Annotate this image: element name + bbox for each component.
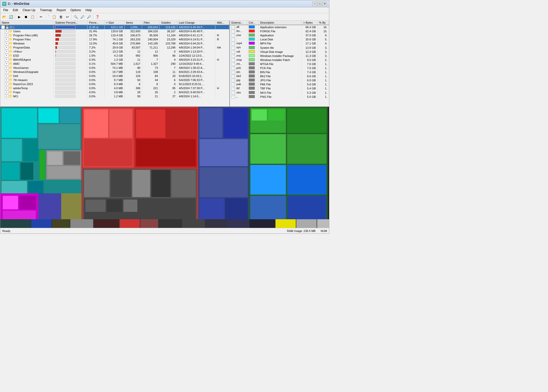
expand-button[interactable]: + <box>5 29 8 33</box>
tb-zoom-out[interactable]: 🔎 <box>79 14 85 20</box>
table-row[interactable]: +📁ProgramData7.2%29.9 GB83,50771,21112,2… <box>0 45 229 50</box>
color-box <box>249 38 255 41</box>
ext-table-row[interactable]: 📄.for...FORGE File62.4 GB15. <box>230 29 329 33</box>
menu-cleanup[interactable]: Clean Up <box>21 8 37 12</box>
tb-paste[interactable]: 📋 <box>51 14 57 20</box>
directory-scroll[interactable]: Name Subtree Percent... Perce... > Size … <box>0 21 229 100</box>
expand-button[interactable]: + <box>5 34 8 37</box>
table-row[interactable]: -💾(C:)[1:39 s]413.1 GB1,059,...839,64321… <box>0 25 229 29</box>
table-row[interactable]: +📁7th Heaven0.0%9.7 MB504465/4/2020 7:06… <box>0 78 229 82</box>
col-attr[interactable]: Attri... <box>215 21 229 25</box>
col-lastchange[interactable]: Last Change <box>177 21 215 25</box>
table-row[interactable]: +📁Fraps0.0%3.8 MB282628/4/2021 9:40:59 P… <box>0 90 229 94</box>
col-items[interactable]: Items <box>124 21 142 25</box>
ext-table-row[interactable]: 📄.exeApplication37.0 GB9. <box>230 33 329 37</box>
table-row[interactable]: +📁Users31.4%129.6 GB322,693284,52638,167… <box>0 29 229 33</box>
ext-table-row[interactable]: 📄...PNG File5.0 GB1. <box>230 95 329 99</box>
tb-play[interactable]: ▶ <box>16 14 22 20</box>
ext-bytes: 5.6 GB <box>302 82 317 86</box>
table-row[interactable]: +📁Program Files17.9%74.1 GB263,333240,00… <box>0 37 229 41</box>
table-row[interactable]: +📁Dell0.0%19.4 MB10484206/18/2023 10:43:… <box>0 74 229 78</box>
ext-table-row[interactable]: 📄.dllApplication extension66.4 GB16. <box>230 25 329 29</box>
ext-table-row[interactable]: 📄.bk2BK2 File6.6 GB1. <box>230 74 329 78</box>
table-row[interactable]: +📁MCi0.0%1.2 MB5921274/8/2024 1:14:0... <box>0 94 229 98</box>
col-subtree[interactable]: Subtree Percent... <box>54 21 87 25</box>
ext-table-row[interactable]: 📄.vdiVirtual Disk Image12.4 GB3. <box>230 50 329 54</box>
menu-edit[interactable]: Edit <box>11 8 20 12</box>
ext-table-row[interactable]: 📄.sysSystem file13.9 GB3. <box>230 45 329 50</box>
tb-help[interactable]: ❓ <box>94 14 100 20</box>
tb-open[interactable]: 📂 <box>1 14 7 20</box>
expand-button[interactable]: + <box>5 58 8 61</box>
expand-button[interactable]: - <box>1 25 5 29</box>
expand-button[interactable]: + <box>5 95 8 98</box>
table-row[interactable]: +📁<Files>3.2%13.2 GB121204/8/2024 1:13:2… <box>0 50 229 54</box>
col-files[interactable]: Files <box>142 21 159 25</box>
tb-fwd[interactable]: 📋 <box>29 14 36 20</box>
col-name[interactable]: Name <box>0 21 54 25</box>
menu-file[interactable]: File <box>1 8 10 12</box>
data-cell: 129.6 GB <box>105 29 125 33</box>
expand-button[interactable]: + <box>5 66 8 70</box>
table-row[interactable]: +📁ESD1.0%4.2 GB992906861/24/2022 12:13:0… <box>0 54 229 58</box>
expand-button[interactable]: + <box>5 54 8 57</box>
expand-button[interactable]: + <box>5 90 8 94</box>
table-row[interactable]: +📁adobeTemp0.0%4.0 MB306221854/5/2024 7:… <box>0 86 229 90</box>
expand-button[interactable]: + <box>5 82 8 86</box>
expand-button[interactable]: + <box>5 42 8 45</box>
ext-table-row[interactable]: 📄.binBIN File7.4 GB1. <box>230 70 329 74</box>
table-row[interactable]: +📁Windows10Upgrade0.0%19.7 MB119108118/4… <box>0 70 229 74</box>
treemap-area[interactable] <box>0 107 329 228</box>
table-row[interactable]: +📁Program Files (x86)26.7%110.4 GB106,67… <box>0 33 229 37</box>
ext-table-row[interactable]: 📄.tbfTBF File5.4 GB1. <box>230 86 329 90</box>
tb-zoom-fit[interactable]: 🔎 <box>86 14 92 20</box>
close-button[interactable]: ✕ <box>322 2 327 6</box>
ext-table-row[interactable]: 📄.nkxNKX File5.3 GB1. <box>230 91 329 95</box>
ext-col-color[interactable]: Col... <box>247 21 258 25</box>
ext-col-desc[interactable]: Description <box>259 21 302 25</box>
menu-treemap[interactable]: Treemap <box>38 8 54 12</box>
ext-table-row[interactable]: 📄.mp4MP4 File17.1 GB4. <box>230 41 329 45</box>
ext-col-pct[interactable]: % By <box>317 21 329 25</box>
extension-scroll[interactable]: Extensi... Col... Description > Bytes % … <box>230 21 329 100</box>
tb-cut[interactable]: ✂ <box>38 14 44 20</box>
tb-stop[interactable]: ⏹ <box>23 14 29 20</box>
table-row[interactable]: +📁XboxGames0.0%74.1 MB807374/8/2024 1:39… <box>0 66 229 70</box>
col-subdirs[interactable]: Subdirs <box>160 21 177 25</box>
svg-rect-59 <box>328 107 329 228</box>
ext-col-ext[interactable]: Extensi... <box>230 21 247 25</box>
expand-button[interactable]: + <box>5 46 8 49</box>
ext-table-row[interactable]: 📄.msiWindows Installer Package11.3 GB3. <box>230 54 329 58</box>
expand-button[interactable]: + <box>5 74 8 78</box>
table-row[interactable]: +📁$WinREAgent0.3%1.2 GB11744/8/2024 3:15… <box>0 58 229 62</box>
col-perce[interactable]: Perce... <box>87 21 105 25</box>
table-row[interactable]: +📁Windows12.0%49.8 GB276,984143,195133,7… <box>0 41 229 45</box>
table-row[interactable]: +📁AMD0.1%504.7 MB1,6171,32729012/16/2022… <box>0 62 229 66</box>
expand-button[interactable]: + <box>5 78 8 82</box>
tb-delete[interactable]: 🗑 <box>58 14 64 20</box>
tb-zoom-in[interactable]: 🔍 <box>73 14 79 20</box>
ext-table-row[interactable]: 📄.Local Disk20.6 GB5. <box>230 37 329 41</box>
table-row[interactable]: +📁RazerCon 20230.0%9.3 MB8809/11/2023 8:… <box>0 82 229 86</box>
expand-button[interactable]: + <box>5 86 8 90</box>
tb-undo[interactable]: ↩ <box>64 14 70 20</box>
ext-table-row[interactable]: 📄.jpgJPG File6.0 GB1. <box>230 78 329 82</box>
expand-button[interactable]: + <box>5 38 8 41</box>
menu-options[interactable]: Options <box>68 8 83 12</box>
maximize-button[interactable]: □ <box>317 2 322 6</box>
tb-refresh[interactable]: 🔄 <box>8 14 14 20</box>
ext-col-bytes[interactable]: > Bytes <box>302 21 317 25</box>
expand-button[interactable]: + <box>5 70 8 74</box>
menu-report[interactable]: Report <box>55 8 68 12</box>
tb-copy[interactable]: 📄 <box>45 14 51 20</box>
ext-table-row[interactable]: 📄.pckPCK File7.5 GB1. <box>230 66 329 70</box>
col-size[interactable]: > Size <box>105 21 125 25</box>
ext-table-row[interactable]: 📄.mt...MTGA File7.6 GB1. <box>230 62 329 66</box>
minimize-button[interactable]: ─ <box>312 2 317 6</box>
ext-table-row[interactable]: 📄.mspWindows Installer Patch9.5 GB2. <box>230 58 329 62</box>
ext-color-swatch <box>247 45 258 50</box>
ext-table-row[interactable]: 📄.pakPAK File5.6 GB1. <box>230 82 329 86</box>
menu-help[interactable]: Help <box>83 8 94 12</box>
expand-button[interactable]: + <box>5 62 8 66</box>
expand-button[interactable]: + <box>5 50 8 53</box>
